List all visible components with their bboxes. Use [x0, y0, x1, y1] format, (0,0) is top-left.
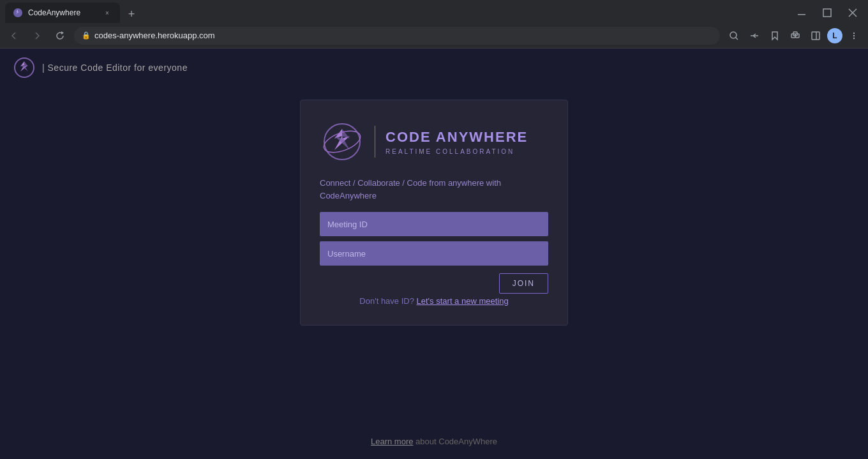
svg-rect-2: [798, 14, 805, 15]
page-footer: Learn more about CodeAnyWhere: [371, 437, 497, 446]
card-header: CODE ANYWHERE REALTIME COLLABORATION: [320, 119, 548, 164]
forward-button[interactable]: [28, 27, 46, 45]
join-button[interactable]: JOIN: [499, 273, 548, 294]
svg-rect-13: [812, 32, 819, 40]
minimize-button[interactable]: [791, 5, 812, 23]
svg-marker-6: [61, 31, 64, 34]
tab-bar: CodeAnywhere × +: [0, 0, 868, 23]
bookmark-button[interactable]: [766, 27, 784, 45]
zoom-button[interactable]: [725, 27, 743, 45]
username-input[interactable]: [320, 241, 548, 266]
new-meeting-link[interactable]: Let's start a new meeting: [417, 296, 509, 306]
no-id-section: Don't have ID? Let's start a new meeting: [320, 296, 548, 306]
tab-favicon: [13, 8, 23, 18]
tab-close-button[interactable]: ×: [102, 8, 112, 18]
url-display: codes-anywhere.herokuapp.com: [94, 31, 215, 40]
security-lock-icon: 🔒: [82, 31, 91, 40]
toolbar-actions: L: [725, 27, 863, 45]
back-button[interactable]: [5, 27, 23, 45]
reload-button[interactable]: [51, 27, 69, 45]
extensions-button[interactable]: [786, 27, 804, 45]
footer-about-text: about CodeAnyWhere: [415, 437, 497, 446]
logo-title-divider: [375, 126, 375, 158]
card-description: Connect / Collaborate / Code from anywhe…: [320, 177, 548, 202]
svg-rect-3: [823, 9, 831, 17]
card-logo: [320, 119, 364, 164]
sidebar-toggle-button[interactable]: [807, 27, 825, 45]
close-window-button[interactable]: [842, 5, 863, 23]
share-button[interactable]: [745, 27, 763, 45]
page-content: | Secure Code Editor for everyone CODE A…: [0, 49, 868, 459]
menu-button[interactable]: [845, 27, 863, 45]
address-bar[interactable]: 🔒 codes-anywhere.herokuapp.com: [74, 27, 720, 45]
header-logo: [13, 56, 36, 79]
browser-toolbar: 🔒 codes-anywhere.herokuapp.com L: [0, 23, 868, 49]
maximize-button[interactable]: [817, 5, 837, 23]
svg-point-16: [853, 34, 855, 36]
no-id-label: Don't have ID?: [359, 296, 414, 306]
tab-title: CodeAnywhere: [28, 8, 97, 17]
learn-more-link[interactable]: Learn more: [371, 437, 413, 446]
main-card: CODE ANYWHERE REALTIME COLLABORATION Con…: [300, 100, 568, 326]
window-controls: [791, 5, 863, 23]
app-title: CODE ANYWHERE: [385, 129, 528, 146]
new-tab-button[interactable]: +: [123, 5, 140, 23]
svg-line-8: [736, 37, 738, 40]
svg-point-15: [853, 32, 855, 33]
meeting-id-input[interactable]: [320, 212, 548, 236]
browser-chrome: CodeAnywhere × + 🔒 co: [0, 0, 868, 49]
page-header: | Secure Code Editor for everyone: [0, 49, 868, 87]
active-tab[interactable]: CodeAnywhere ×: [5, 3, 120, 23]
profile-button[interactable]: L: [827, 28, 842, 43]
card-title-block: CODE ANYWHERE REALTIME COLLABORATION: [385, 129, 528, 155]
app-subtitle: REALTIME COLLABORATION: [385, 148, 528, 155]
header-tagline: | Secure Code Editor for everyone: [42, 63, 188, 73]
svg-marker-9: [772, 32, 777, 40]
svg-point-17: [853, 37, 855, 38]
